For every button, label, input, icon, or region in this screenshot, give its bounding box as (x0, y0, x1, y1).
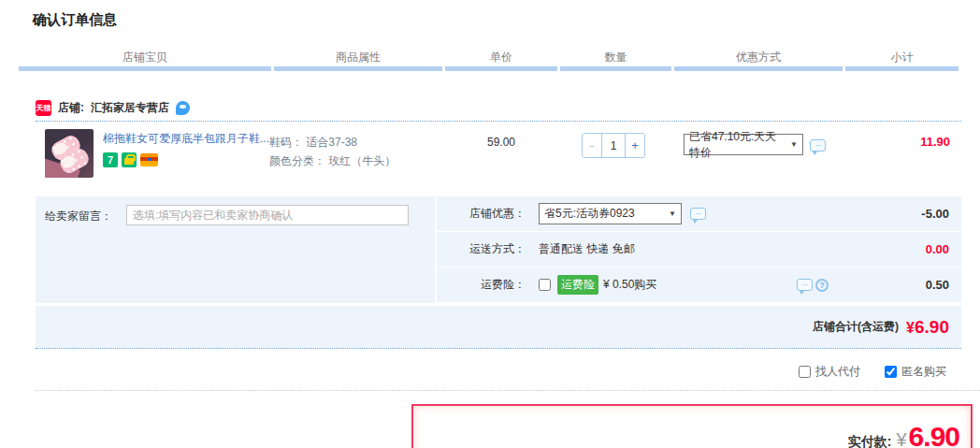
discount-value: -5.00 (921, 207, 949, 221)
insurance-chat-icon[interactable]: ··· (797, 279, 813, 291)
header-underline-segment (845, 66, 958, 71)
tmall-icon: 天猫 (36, 100, 51, 116)
header-underline-segment (19, 66, 271, 71)
shop-total-amount: ¥6.90 (906, 317, 949, 338)
payment-summary-box: 实付款: ¥ 6.90 (411, 404, 973, 448)
shop-label: 店铺: (58, 100, 84, 116)
col-header-discount: 优惠方式 (674, 50, 843, 65)
fee-rows: 店铺优惠： 省5元:活动券0923 ▼ ··· -5.00 运送方式： 普通配送… (437, 196, 961, 303)
header-underline-segment (674, 66, 843, 71)
seller-message-panel: 给卖家留言： (36, 196, 435, 303)
pay-for-me-option[interactable]: 找人代付 (799, 364, 860, 380)
table-header-row: 店铺宝贝 商品属性 单价 数量 优惠方式 小计 (19, 50, 961, 65)
pay-for-me-checkbox[interactable] (799, 366, 811, 378)
promo-chat-icon[interactable]: ··· (810, 139, 826, 152)
quantity-input[interactable] (601, 134, 626, 157)
anonymous-buy-option[interactable]: 匿名购买 (885, 364, 946, 380)
shop-total-label: 店铺合计(含运费) (813, 319, 899, 335)
product-title-link[interactable]: 棉拖鞋女可爱厚底半包跟月子鞋... (103, 132, 269, 146)
seven-day-return-icon: 7 (103, 152, 118, 167)
seller-message-label: 给卖家留言： (45, 209, 112, 224)
header-underline (19, 66, 961, 71)
promo-select[interactable]: 已省47.10元:天天特价 ▼ (684, 134, 803, 155)
insurance-price-text: ¥ 0.50购买 (603, 277, 656, 293)
quantity-minus-button[interactable]: - (583, 134, 601, 157)
insurance-icons: ··· ? (788, 279, 829, 292)
attr-size: 鞋码： 适合37-38 (269, 133, 396, 152)
shop-total-number: 6.90 (915, 317, 949, 337)
shop-total-row: 店铺合计(含运费) ¥6.90 (36, 306, 961, 349)
item-subtotal: 11.90 (845, 135, 950, 149)
col-header-qty: 数量 (560, 50, 671, 65)
quantity-stepper: - + (582, 133, 645, 158)
insurance-checkbox[interactable] (539, 279, 551, 291)
slipper-toe-shape (60, 153, 78, 170)
coupon-selected-value: 省5元:活动券0923 (544, 206, 635, 222)
header-underline-segment (560, 66, 671, 71)
col-header-subtotal: 小计 (845, 50, 958, 65)
unit-price: 59.00 (445, 136, 557, 149)
order-confirm-page: 确认订单信息 店铺宝贝 商品属性 单价 数量 优惠方式 小计 天猫 店铺: 汇拓… (0, 0, 980, 448)
col-header-price: 单价 (445, 50, 557, 65)
insurance-value: 0.50 (926, 278, 949, 292)
col-header-attrs: 商品属性 (274, 50, 442, 65)
help-icon[interactable]: ? (815, 279, 829, 292)
payment-amount: 6.90 (909, 421, 959, 448)
shop-name-link[interactable]: 汇拓家居专营店 (91, 100, 169, 116)
shipping-insurance-row: 运费险： 运费险 ¥ 0.50购买 ··· ? 0.50 (437, 267, 961, 302)
insurance-label: 运费险： (437, 277, 526, 293)
payment-currency-symbol: ¥ (896, 429, 906, 448)
wangwang-chat-icon[interactable] (176, 101, 190, 115)
header-underline-segment (274, 66, 442, 71)
header-underline-segment (445, 66, 557, 71)
product-image[interactable] (45, 129, 94, 178)
shipping-fee-value: 0.00 (926, 242, 949, 256)
shop-discount-label: 店铺优惠： (437, 206, 526, 222)
shipping-method-row: 运送方式： 普通配送 快递 免邮 0.00 (437, 232, 961, 267)
order-options: 找人代付 匿名购买 (799, 364, 946, 380)
section-divider (36, 390, 980, 391)
quantity-plus-button[interactable]: + (626, 134, 644, 157)
page-title: 确认订单信息 (33, 11, 117, 29)
shipping-label: 运送方式： (437, 241, 526, 257)
insurance-badge: 运费险 (557, 275, 598, 295)
caret-down-icon: ▼ (669, 210, 676, 218)
product-attributes: 鞋码： 适合37-38 颜色分类： 玫红（牛头） (269, 133, 396, 170)
caret-down-icon: ▼ (790, 140, 798, 149)
promo-selected-value: 已省47.10元:天天特价 (689, 129, 786, 161)
credit-card-icon (140, 153, 158, 166)
discount-chat-icon[interactable]: ··· (690, 208, 706, 220)
consumer-protection-bag-icon (122, 152, 137, 167)
seller-message-input[interactable] (126, 205, 409, 225)
anonymous-buy-label: 匿名购买 (901, 364, 946, 380)
coupon-select[interactable]: 省5元:活动券0923 ▼ (539, 203, 682, 224)
anonymous-buy-checkbox[interactable] (885, 366, 897, 378)
attr-color: 颜色分类： 玫红（牛头） (269, 152, 396, 170)
currency-symbol: ¥ (906, 320, 915, 336)
pay-for-me-label: 找人代付 (815, 364, 860, 380)
service-icons: 7 (103, 152, 158, 167)
shop-row: 天猫 店铺: 汇拓家居专营店 (36, 95, 961, 122)
shop-discount-row: 店铺优惠： 省5元:活动券0923 ▼ ··· -5.00 (437, 196, 961, 231)
col-header-item: 店铺宝贝 (19, 50, 271, 65)
payment-label: 实付款: (848, 434, 892, 448)
shipping-method-text: 普通配送 快递 免邮 (539, 241, 635, 257)
